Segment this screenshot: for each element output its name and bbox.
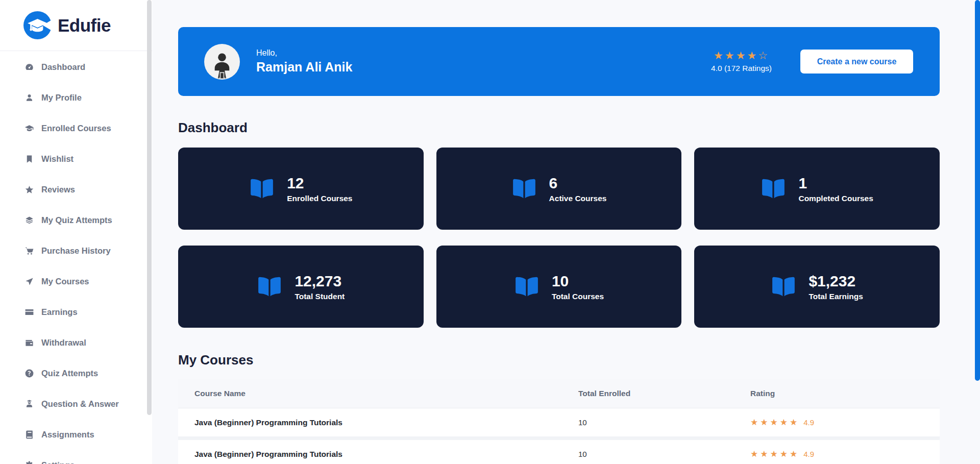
star-filled-icon: ★★★★★: [750, 450, 799, 458]
table-row: Java (Beginner) Programming Tutorials10★…: [178, 408, 940, 440]
question-circle-icon: [24, 369, 34, 378]
table-row: Java (Beginner) Programming Tutorials10★…: [178, 440, 940, 464]
stat-card-total-courses: 10Total Courses: [436, 246, 682, 328]
stat-text: 10Total Courses: [552, 273, 604, 301]
book-open-icon: [249, 177, 275, 201]
star-filled-icon: ★: [714, 50, 725, 61]
main-content: Hello, Ramjan Ali Anik ★★★★☆ 4.0 (172 Ra…: [152, 0, 980, 464]
courses-table: Course Name Total Enrolled Rating Java (…: [178, 379, 940, 464]
sidebar-item-my-courses[interactable]: My Courses: [0, 266, 152, 297]
star-filled-icon: ★★★★★: [750, 418, 799, 427]
stat-text: 12,273Total Student: [295, 273, 345, 301]
greeting-block: Hello, Ramjan Ali Anik: [256, 48, 352, 75]
greeting-text: Hello,: [256, 48, 352, 58]
sidebar-item-label: Purchase History: [41, 246, 111, 256]
graduation-cap-icon: [24, 124, 34, 133]
sidebar-item-my-profile[interactable]: My Profile: [0, 82, 152, 113]
sidebar-item-label: Enrolled Courses: [41, 124, 111, 133]
sidebar-item-label: Dashboard: [41, 62, 85, 72]
star-icon: [24, 185, 34, 194]
sidebar-item-earnings[interactable]: Earnings: [0, 297, 152, 327]
star-outline-icon: ☆: [758, 50, 769, 61]
edufie-logo-icon: [23, 11, 52, 39]
sidebar-item-label: Settings: [41, 460, 75, 464]
wallet-icon: [24, 338, 34, 348]
stat-value: 1: [798, 175, 873, 191]
rating-stars: ★★★★☆: [711, 50, 772, 61]
stat-card-active-courses: 6Active Courses: [436, 148, 682, 230]
sidebar-item-enrolled-courses[interactable]: Enrolled Courses: [0, 113, 152, 143]
sidebar-item-quiz-attempts[interactable]: Quiz Attempts: [0, 358, 152, 388]
stat-value: 6: [549, 175, 607, 191]
stat-label: Total Student: [295, 292, 345, 301]
location-arrow-icon: [24, 277, 34, 286]
stat-value: 10: [552, 273, 604, 289]
book-open-icon: [771, 275, 796, 299]
course-enrolled: 10: [578, 418, 750, 427]
sidebar-item-dashboard[interactable]: Dashboard: [0, 52, 152, 82]
logo-header: Edufie: [0, 0, 152, 51]
rating-value: 4.9: [803, 450, 814, 458]
sidebar-item-label: My Profile: [41, 93, 82, 103]
credit-card-icon: [24, 307, 34, 317]
stat-label: Enrolled Courses: [287, 194, 352, 203]
stat-value: 12,273: [295, 273, 345, 289]
star-filled-icon: ★: [725, 50, 736, 61]
page-scrollbar-thumb[interactable]: [975, 0, 980, 381]
book-open-icon: [257, 275, 282, 299]
course-rating: ★★★★★4.9: [750, 418, 923, 427]
sidebar-scrollbar-thumb[interactable]: [147, 0, 152, 415]
sidebar-item-purchase-history[interactable]: Purchase History: [0, 235, 152, 266]
user-icon: [24, 93, 34, 103]
stat-card-enrolled-courses: 12Enrolled Courses: [178, 148, 424, 230]
instructor-rating: ★★★★☆ 4.0 (172 Ratings): [711, 50, 772, 73]
gear-icon: [24, 460, 34, 464]
courses-table-body: Java (Beginner) Programming Tutorials10★…: [178, 408, 940, 464]
book-icon: [24, 430, 34, 439]
column-total-enrolled: Total Enrolled: [578, 389, 750, 398]
avatar: [204, 44, 240, 80]
rating-text: 4.0 (172 Ratings): [711, 64, 772, 73]
star-filled-icon: ★: [747, 50, 758, 61]
stat-value: $1,232: [808, 273, 863, 289]
my-courses-title: My Courses: [178, 352, 940, 368]
courses-table-header: Course Name Total Enrolled Rating: [178, 379, 940, 408]
stat-text: 6Active Courses: [549, 175, 607, 203]
sidebar-nav: DashboardMy ProfileEnrolled CoursesWishl…: [0, 51, 152, 464]
course-rating: ★★★★★4.9: [750, 450, 923, 458]
sidebar-item-label: Question & Answer: [41, 399, 119, 409]
course-name: Java (Beginner) Programming Tutorials: [194, 450, 578, 459]
stat-label: Active Courses: [549, 194, 607, 203]
sidebar: Edufie DashboardMy ProfileEnrolled Cours…: [0, 0, 152, 464]
stat-label: Total Courses: [552, 292, 604, 301]
sidebar-item-label: My Courses: [41, 277, 89, 286]
sidebar-item-settings[interactable]: Settings: [0, 450, 152, 464]
stat-card-total-earnings: $1,232Total Earnings: [694, 246, 940, 328]
brand-name: Edufie: [58, 15, 111, 36]
book-open-icon: [761, 177, 786, 201]
sidebar-item-my-quiz-attempts[interactable]: My Quiz Attempts: [0, 205, 152, 235]
user-name: Ramjan Ali Anik: [256, 60, 352, 75]
stat-card-total-student: 12,273Total Student: [178, 246, 424, 328]
sidebar-item-label: My Quiz Attempts: [41, 215, 112, 225]
layers-icon: [24, 215, 34, 225]
star-filled-icon: ★: [736, 50, 747, 61]
sidebar-item-question-answer[interactable]: Question & Answer: [0, 388, 152, 419]
create-course-button[interactable]: Create a new course: [800, 50, 913, 74]
sidebar-item-withdrawal[interactable]: Withdrawal: [0, 327, 152, 358]
course-enrolled: 10: [578, 450, 750, 458]
greeting-banner: Hello, Ramjan Ali Anik ★★★★☆ 4.0 (172 Ra…: [178, 27, 940, 96]
column-course-name: Course Name: [194, 389, 578, 398]
stat-cards-grid: 12Enrolled Courses6Active Courses1Comple…: [178, 148, 940, 328]
sidebar-item-reviews[interactable]: Reviews: [0, 174, 152, 205]
stat-card-completed-courses: 1Completed Courses: [694, 148, 940, 230]
sidebar-item-label: Assignments: [41, 430, 94, 439]
bookmark-icon: [24, 154, 34, 164]
stat-text: 1Completed Courses: [798, 175, 873, 203]
dashboard-title: Dashboard: [178, 120, 940, 136]
rating-value: 4.9: [803, 418, 814, 427]
sidebar-item-label: Reviews: [41, 185, 75, 194]
sidebar-item-wishlist[interactable]: Wishlist: [0, 143, 152, 174]
sidebar-item-assignments[interactable]: Assignments: [0, 419, 152, 450]
stat-label: Total Earnings: [808, 292, 863, 301]
